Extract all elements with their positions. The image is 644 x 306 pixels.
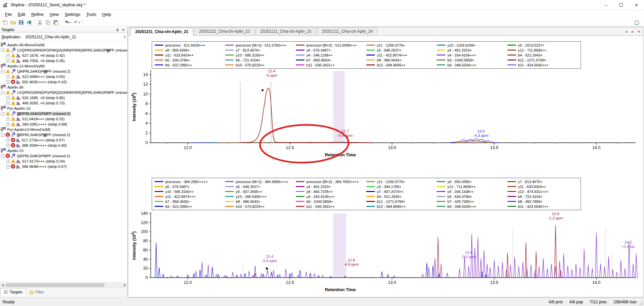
menu-help[interactable]: Help: [99, 11, 114, 18]
replicates-dropdown[interactable]: 20251211_Chia-chi-Aplin_21 ▼: [24, 34, 127, 40]
redo-caret[interactable]: ▾: [79, 21, 80, 24]
protein-icon: PY: [1, 63, 6, 69]
protein-row[interactable]: PYPyr-Apelin-13: [0, 106, 127, 111]
transition-row[interactable]: +392.4635++++ (idotp 0.42): [0, 79, 127, 85]
pin-icon[interactable]: [115, 27, 120, 32]
expander-icon[interactable]: −: [1, 133, 5, 137]
peptide-row[interactable]: −PYQRPRLSHKGPMPF (missed 2): [0, 69, 127, 74]
expander-icon[interactable]: +: [6, 54, 10, 57]
expander-icon[interactable]: +: [6, 165, 10, 169]
targets-bottom-tab-files[interactable]: Files: [26, 288, 47, 296]
menu-view[interactable]: View: [47, 11, 62, 18]
scrollbar-thumb[interactable]: [5, 283, 104, 287]
menu-refine[interactable]: Refine: [28, 11, 47, 18]
legend-entry: y7 - 407.2074++: [366, 189, 437, 194]
protein-row[interactable]: PYApelin-36-MonoOx(M): [0, 42, 127, 48]
menu-file[interactable]: File: [2, 11, 15, 18]
open-file-button[interactable]: [9, 19, 17, 26]
cut-button[interactable]: [36, 19, 44, 26]
chart-tab-3[interactable]: 20251211_Chia-chi-Aplin_23: [256, 27, 316, 35]
transition-row[interactable]: +384.2081++++ (idotp 0.88): [0, 122, 127, 127]
expander-icon[interactable]: +: [6, 160, 10, 163]
maximize-button[interactable]: [614, 0, 629, 10]
legend-entry: b11 - 636.3431++: [296, 204, 366, 209]
chromatogram-icon: [16, 101, 21, 106]
transition-row[interactable]: +525.1685, +8 (idotp 0.85): [0, 95, 127, 100]
close-panel-icon[interactable]: ✕: [120, 27, 126, 32]
minimize-button[interactable]: –: [598, 0, 614, 10]
chromatogram-icon: [16, 80, 20, 85]
expander-icon[interactable]: +: [6, 144, 10, 147]
expander-icon[interactable]: +: [6, 138, 10, 142]
copy-button[interactable]: [44, 19, 52, 26]
chromatogram-icon: [16, 117, 21, 122]
transition-row[interactable]: +468.7055, +9 (idotp 0.26): [0, 58, 127, 63]
svg-text:20: 20: [143, 266, 148, 271]
targets-bottom-tab-targets[interactable]: Targets: [1, 288, 26, 296]
legend-entry: y8 - 450.7235++: [296, 189, 366, 194]
legend-entry: y4 - 246.1198++: [437, 189, 507, 194]
ui-mode-icon[interactable]: [633, 19, 641, 26]
transition-row[interactable]: +466.9283, +9 (idotp 0.73): [0, 100, 127, 106]
horizontal-scrollbar[interactable]: ◀ ▶: [0, 282, 127, 287]
chart-tab-1[interactable]: 20251211_Chia-chi-Aplin_21: [130, 28, 193, 36]
protein-row[interactable]: PYApelin-13-MonoOx(M): [0, 63, 127, 69]
peak-annotation: -4.8 ppm: [344, 262, 359, 266]
transition-row[interactable]: +527.1678, +8 (idotp 0.42): [0, 53, 127, 58]
resize-grip[interactable]: [639, 301, 643, 305]
legend-entry: y9 - 507.2655++: [225, 189, 296, 194]
peptide-row[interactable]: −PYQRPRLSHKGPMPF (missed 2): [0, 111, 127, 116]
menu-tools[interactable]: Tools: [83, 11, 99, 18]
tab-scroll-right-icon[interactable]: ▸: [630, 29, 635, 34]
menu-settings[interactable]: Settings: [62, 11, 83, 18]
scroll-left-arrow[interactable]: ◀: [0, 283, 5, 287]
undo-caret[interactable]: ▾: [70, 21, 71, 24]
peak-annotation: +1.4 pp: [622, 245, 634, 249]
expander-icon[interactable]: +: [6, 96, 10, 100]
transition-row[interactable]: +388.4648++++ (idotp 0.67): [0, 164, 127, 169]
peptide-row[interactable]: −PYQRPRLSHKGPMPF (missed 2): [0, 153, 127, 159]
tab-close-icon[interactable]: ✕: [636, 29, 642, 34]
expander-icon[interactable]: −: [1, 112, 5, 116]
transition-row[interactable]: +517.2734+++ (idotp 0.57): [0, 137, 127, 143]
peptide-icon: PY: [11, 90, 16, 95]
peptide-row[interactable]: −PYQRPRLSHKGPMPF (missed 2): [0, 132, 127, 137]
protein-row[interactable]: PYPyr-Apelin13-MonoOx(M): [0, 127, 127, 132]
legend-entry: precursor - 384.2081++++: [155, 179, 225, 184]
close-button[interactable]: ✕: [629, 0, 644, 10]
tab-scroll-left-icon[interactable]: ◂: [624, 29, 629, 34]
transition-row[interactable]: +517.6173+++ (idotp 0.34): [0, 159, 127, 164]
chart-tab-4[interactable]: 20251211_Chia-chi-Aplin_24: [317, 27, 378, 35]
menu-edit[interactable]: Edit: [15, 11, 28, 18]
scroll-right-arrow[interactable]: ▶: [122, 283, 127, 287]
warning-icon: [6, 69, 10, 74]
import-results-button[interactable]: [25, 19, 33, 26]
chart-tab-2[interactable]: 20251211_Chia-chi-Aplin_22: [194, 27, 255, 35]
protein-row[interactable]: PYApelin-36: [0, 85, 127, 90]
peak-annotation: 13.4: [465, 250, 473, 254]
transition-row[interactable]: +511.9418+++ (idotp 0.32): [0, 116, 127, 122]
svg-text:Y: Y: [1, 66, 3, 68]
svg-text:P: P: [4, 42, 5, 45]
protein-row[interactable]: PYApelin-13: [0, 148, 127, 153]
expander-icon[interactable]: −: [1, 49, 5, 52]
expander-icon[interactable]: +: [6, 59, 10, 63]
expander-icon[interactable]: +: [6, 117, 10, 121]
transition-row[interactable]: +522.9489+++ (idotp 0.55): [0, 74, 127, 79]
new-document-button[interactable]: [1, 19, 9, 26]
expander-icon[interactable]: +: [6, 80, 10, 84]
peptide-row[interactable]: −PYLVQPRGSRNGPGPWQGGRRKFRRQRPRLSHKGPMPF …: [0, 48, 127, 53]
legend-entry: b11 - 424.5645+++: [507, 204, 578, 209]
expander-icon[interactable]: −: [1, 154, 5, 158]
expander-icon[interactable]: −: [1, 70, 5, 73]
expander-icon[interactable]: +: [6, 75, 10, 79]
peptide-row[interactable]: −PYLVQPRGSRNGPGPWQGGRRKFRRQRPRLSHKGPMPF …: [0, 90, 127, 95]
expander-icon[interactable]: +: [6, 101, 10, 105]
svg-text:2: 2: [145, 131, 148, 135]
legend-entry: b9 - 1043.5858+: [296, 199, 366, 204]
transition-row[interactable]: +388.2069++++ (idotp 0.46): [0, 143, 127, 148]
expander-icon[interactable]: +: [6, 123, 10, 126]
paste-button[interactable]: [52, 19, 60, 26]
save-button[interactable]: [17, 19, 25, 26]
expander-icon[interactable]: −: [1, 91, 5, 95]
